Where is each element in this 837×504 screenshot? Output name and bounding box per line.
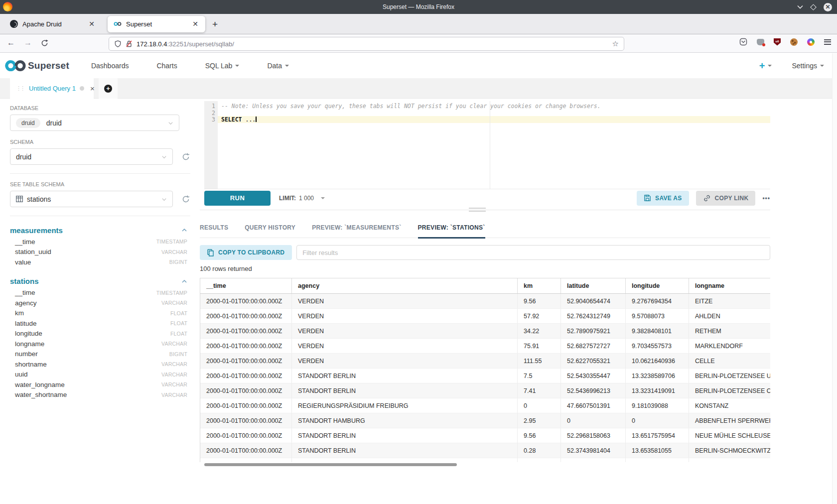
screen: Superset — Mozilla Firefox ✕ Apache Drui… — [0, 0, 837, 504]
schema-table-header[interactable]: stations — [10, 275, 187, 288]
tab-preview-measurements[interactable]: PREVIEW: `MEASUREMENTS` — [312, 218, 401, 238]
table-cell: BERLIN-SCHMOECKWITZ — [689, 443, 770, 458]
window-close-icon[interactable]: ✕ — [824, 3, 832, 11]
table-cell: 9.181039088 — [626, 398, 689, 413]
table-cell: 52.3743981404 — [561, 443, 626, 458]
table-name: measurements — [10, 226, 63, 235]
nav-item-dashboards[interactable]: Dashboards — [91, 62, 129, 70]
splitter-handle-icon[interactable] — [469, 208, 486, 212]
table-cell: 2000-01-01T00:00:00.000Z — [200, 324, 292, 338]
new-tab-button[interactable]: + — [212, 19, 218, 29]
column-row: agencyVARCHAR — [15, 298, 187, 308]
tab-close-icon[interactable]: ✕ — [88, 20, 96, 28]
editor-line-comment: -- Note: Unless you save your query, the… — [218, 103, 770, 110]
link-icon — [703, 194, 711, 202]
new-query-tab-button[interactable]: + — [99, 78, 118, 99]
run-button[interactable]: RUN — [204, 191, 271, 206]
extension-pinwheel-icon[interactable] — [807, 38, 815, 46]
filter-results-input[interactable] — [296, 245, 770, 260]
copy-link-button[interactable]: COPY LINK — [696, 191, 756, 206]
back-button[interactable]: ← — [7, 38, 15, 47]
collapse-chevron-up-icon[interactable] — [181, 227, 187, 233]
table-grid-icon — [16, 196, 23, 202]
more-options-button[interactable]: ••• — [762, 195, 770, 202]
chevron-down-icon — [168, 121, 173, 126]
table-row-partial — [200, 458, 770, 462]
reload-icon[interactable] — [41, 39, 48, 47]
column-type: BIGINT — [169, 259, 187, 265]
column-header-longitude[interactable]: longitude — [626, 278, 689, 293]
forward-button[interactable]: → — [24, 38, 32, 47]
caret-down-icon — [820, 65, 824, 67]
superset-logo[interactable]: Superset — [5, 59, 69, 72]
nav-item-charts[interactable]: Charts — [156, 62, 177, 70]
ublock-shield-icon[interactable]: u0 — [774, 38, 781, 46]
query-tab-close-icon[interactable]: × — [90, 84, 95, 93]
column-name: agency — [15, 299, 37, 307]
horizontal-scrollbar-thumb[interactable] — [204, 463, 457, 466]
refresh-tables-icon[interactable] — [181, 195, 190, 204]
vertical-scrollbar-track[interactable] — [832, 53, 837, 504]
nav-item-data[interactable]: Data — [267, 62, 289, 70]
column-header-latitude[interactable]: latitude — [561, 278, 626, 293]
table-cell: 2000-01-01T00:00:00.000Z — [200, 369, 292, 383]
tab-results[interactable]: RESULTS — [200, 218, 228, 238]
tab-preview-stations[interactable]: PREVIEW: `STATIONS` — [418, 218, 485, 238]
schema-select[interactable]: druid — [10, 148, 173, 165]
database-select[interactable]: druid druid — [10, 115, 179, 131]
menu-hamburger-icon[interactable] — [824, 39, 831, 45]
tab-close-icon[interactable]: ✕ — [191, 20, 199, 28]
url-path: :32251/superset/sqllab/ — [167, 40, 234, 48]
drag-handle-icon[interactable]: ⋮⋮ — [16, 85, 24, 92]
maximize-icon[interactable] — [810, 4, 817, 10]
settings-menu[interactable]: Settings — [792, 62, 824, 70]
minimize-chevron-icon[interactable] — [797, 5, 803, 9]
pocket-icon[interactable] — [739, 38, 747, 46]
table-row: 2000-01-01T00:00:00.000ZVERDEN9.5652.904… — [200, 294, 770, 309]
table-cell: ABBENFLETH SPERRWERK — [689, 413, 770, 428]
pane-splitter[interactable] — [200, 210, 770, 210]
container-mask-icon[interactable] — [757, 39, 764, 45]
tab-query-history[interactable]: QUERY HISTORY — [245, 218, 295, 238]
browser-tab-apache-druid[interactable]: Apache Druid ✕ — [4, 16, 102, 32]
query-tab-active[interactable]: ⋮⋮ Untitled Query 1 × — [10, 78, 94, 99]
table-row: 2000-01-01T00:00:00.000ZSTANDORT BERLIN7… — [200, 369, 770, 383]
column-header-__time[interactable]: __time — [200, 278, 292, 293]
column-header-km[interactable]: km — [518, 278, 561, 293]
table-cell: KONSTANZ — [689, 398, 770, 413]
table-select[interactable]: stations — [10, 191, 173, 207]
editor-gutter: 1 2 3 — [204, 101, 218, 189]
run-toolbar: RUN LIMIT:1 000 SAVE AS COPY LINK ••• — [204, 190, 770, 206]
table-cell: 75.91 — [518, 339, 561, 353]
schema-table-header[interactable]: measurements — [10, 224, 187, 237]
refresh-schemas-icon[interactable] — [181, 152, 190, 161]
column-header-agency[interactable]: agency — [292, 278, 518, 293]
floppy-save-icon — [644, 194, 651, 202]
column-row: station_uuidVARCHAR — [15, 247, 187, 257]
cookie-icon[interactable] — [790, 38, 798, 46]
table-cell: 2.95 — [518, 413, 561, 428]
collapse-chevron-up-icon[interactable] — [181, 278, 187, 284]
query-tab-bar: ⋮⋮ Untitled Query 1 × + — [0, 78, 837, 99]
copy-to-clipboard-button[interactable]: COPY TO CLIPBOARD — [200, 245, 292, 260]
limit-dropdown[interactable]: LIMIT:1 000 — [279, 195, 325, 202]
superset-infinity-icon — [5, 59, 26, 72]
table-cell: VERDEN — [292, 354, 518, 368]
circle-plus-icon: + — [104, 85, 112, 93]
add-new-button[interactable]: + — [759, 60, 772, 72]
nav-item-sql-lab[interactable]: SQL Lab — [205, 62, 240, 70]
sql-editor[interactable]: 1 2 3 -- Note: Unless you save your quer… — [204, 101, 770, 189]
url-bar[interactable]: 172.18.0.4:32251/superset/sqllab/ ☆ — [109, 37, 624, 51]
sqllab-sidebar: DATABASE druid druid SCHEMA druid SEE TA… — [10, 99, 190, 400]
bookmark-star-icon[interactable]: ☆ — [612, 39, 619, 48]
browser-tab-superset[interactable]: Superset ✕ — [108, 16, 205, 32]
save-as-button[interactable]: SAVE AS — [637, 191, 689, 206]
table-cell: 9.2767694354 — [626, 294, 689, 308]
table-cell: REGIERUNGSPRÄSIDIUM FREIBURG — [292, 398, 518, 413]
column-header-longname[interactable]: longname — [689, 278, 770, 293]
table-cell: VERDEN — [292, 309, 518, 323]
column-type: TIMESTAMP — [156, 290, 187, 296]
window-titlebar: Superset — Mozilla Firefox ✕ — [0, 0, 837, 14]
shield-icon[interactable] — [114, 40, 122, 48]
insecure-lock-icon[interactable] — [126, 40, 133, 48]
